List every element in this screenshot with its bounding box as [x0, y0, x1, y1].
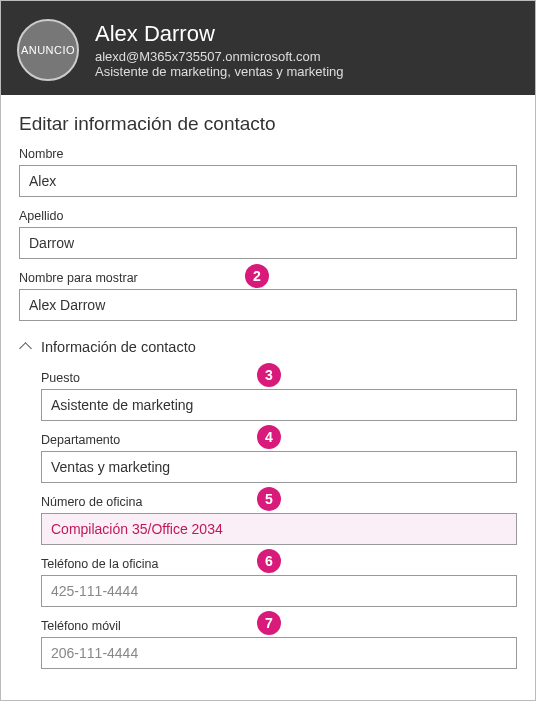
badge-2: 2: [245, 264, 269, 288]
field-first-name: Nombre: [19, 147, 517, 197]
user-role: Asistente de marketing, ventas y marketi…: [95, 64, 344, 79]
page-title: Editar información de contacto: [19, 113, 517, 135]
label-last-name: Apellido: [19, 209, 517, 223]
field-display-name: 2 Nombre para mostrar: [19, 271, 517, 321]
avatar-text: ANUNCIO: [21, 44, 75, 56]
input-job-title[interactable]: [41, 389, 517, 421]
badge-4: 4: [257, 425, 281, 449]
contact-section-body: 3 Puesto 4 Departamento 5 Número de ofic…: [19, 371, 517, 669]
field-department: 4 Departamento: [41, 433, 517, 483]
input-office-number[interactable]: [41, 513, 517, 545]
field-office-number: 5 Número de oficina: [41, 495, 517, 545]
badge-3: 3: [257, 363, 281, 387]
contact-section-toggle[interactable]: Información de contacto: [19, 339, 517, 355]
badge-5: 5: [257, 487, 281, 511]
input-last-name[interactable]: [19, 227, 517, 259]
field-mobile-phone: 7 Teléfono móvil: [41, 619, 517, 669]
badge-7: 7: [257, 611, 281, 635]
input-mobile-phone[interactable]: [41, 637, 517, 669]
header-bar: ANUNCIO Alex Darrow alexd@M365x735507.on…: [1, 1, 535, 95]
field-office-phone: 6 Teléfono de la oficina: [41, 557, 517, 607]
user-email: alexd@M365x735507.onmicrosoft.com: [95, 49, 344, 64]
field-job-title: 3 Puesto: [41, 371, 517, 421]
avatar: ANUNCIO: [17, 19, 79, 81]
user-name: Alex Darrow: [95, 21, 344, 47]
contact-section-title: Información de contacto: [41, 339, 196, 355]
chevron-up-icon: [19, 341, 31, 353]
input-office-phone[interactable]: [41, 575, 517, 607]
input-first-name[interactable]: [19, 165, 517, 197]
input-department[interactable]: [41, 451, 517, 483]
content-area: Editar información de contacto Nombre Ap…: [1, 95, 535, 691]
label-first-name: Nombre: [19, 147, 517, 161]
badge-6: 6: [257, 549, 281, 573]
input-display-name[interactable]: [19, 289, 517, 321]
field-last-name: Apellido: [19, 209, 517, 259]
header-text: Alex Darrow alexd@M365x735507.onmicrosof…: [95, 21, 344, 79]
